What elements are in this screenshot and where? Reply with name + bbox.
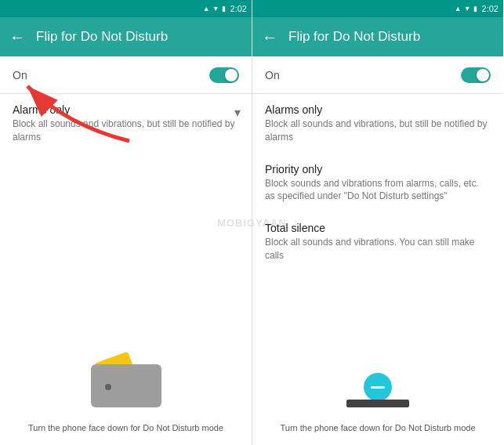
back-button-right[interactable]: ← (262, 28, 277, 46)
option-title-right-1: Priority only (265, 163, 491, 175)
status-icons-left: ▲ ▼ ▮ (203, 5, 226, 13)
phone-flip-icon (87, 356, 165, 407)
toggle-row-left: On (0, 56, 252, 94)
status-bar-right: ▲ ▼ ▮ 2:02 (252, 0, 503, 17)
toggle-switch-left[interactable] (209, 67, 239, 83)
header-right: ← Flip for Do Not Disturb (252, 17, 503, 56)
status-icons-right: ▲ ▼ ▮ (455, 5, 477, 13)
illustration-left: Turn the phone face down for Do Not Dist… (0, 265, 252, 445)
option-title-right-2: Total silence (265, 222, 491, 234)
phone-dnd-icon (346, 360, 409, 407)
options-list-left: Alarms only Block all sounds and vibrati… (0, 94, 252, 265)
illustration-right: Turn the phone face down for Do Not Dist… (252, 265, 503, 445)
battery-icon-right: ▮ (473, 5, 477, 13)
options-list-right: Alarms only Block all sounds and vibrati… (252, 94, 503, 265)
header-left: ← Flip for Do Not Disturb (0, 17, 252, 56)
option-total-silence-right[interactable]: Total silence Block all sounds and vibra… (252, 212, 503, 265)
right-panel: ▲ ▼ ▮ 2:02 ← Flip for Do Not Disturb On … (252, 0, 503, 445)
option-desc-right-2: Block all sounds and vibrations. You can… (265, 236, 491, 262)
back-button-left[interactable]: ← (9, 28, 25, 46)
option-alarms-only-left[interactable]: Alarms only Block all sounds and vibrati… (0, 94, 252, 154)
toggle-row-right: On (252, 56, 503, 94)
status-bar-left: ▲ ▼ ▮ 2:02 (0, 0, 252, 17)
toggle-label-left: On (13, 69, 27, 81)
left-panel: ▲ ▼ ▮ 2:02 ← Flip for Do Not Disturb On … (0, 0, 252, 445)
header-title-right: Flip for Do Not Disturb (288, 29, 420, 45)
time-right: 2:02 (482, 4, 499, 13)
dnd-bubble (364, 373, 392, 401)
wifi-icon-left: ▼ (212, 5, 219, 13)
signal-icon-left: ▲ (203, 5, 210, 13)
battery-icon-left: ▮ (222, 5, 226, 13)
signal-icon-right: ▲ (455, 5, 462, 13)
toggle-switch-right[interactable] (461, 67, 491, 83)
dropdown-arrow-left: ▾ (234, 105, 241, 120)
option-title-left-0: Alarms only (13, 103, 239, 116)
option-priority-only-right[interactable]: Priority only Block sounds and vibration… (252, 154, 503, 213)
option-title-right-0: Alarms only (265, 103, 491, 116)
wifi-icon-right: ▼ (464, 5, 471, 13)
toggle-label-right: On (265, 69, 280, 81)
dnd-minus-icon (371, 386, 385, 389)
time-left: 2:02 (230, 4, 247, 13)
phone-surface-right (346, 400, 409, 407)
option-desc-right-0: Block all sounds and vibrations, but sti… (265, 118, 491, 144)
illus-caption-right: Turn the phone face down for Do Not Dist… (272, 423, 483, 432)
illus-caption-left: Turn the phone face down for Do Not Dist… (20, 423, 231, 432)
option-alarms-only-right[interactable]: Alarms only Block all sounds and vibrati… (252, 94, 503, 154)
option-desc-left-0: Block all sounds and vibrations, but sti… (13, 118, 239, 144)
phone-camera-left (105, 384, 111, 390)
option-desc-right-1: Block sounds and vibrations from alarms,… (265, 177, 491, 204)
phone-body-left (91, 364, 161, 407)
header-title-left: Flip for Do Not Disturb (36, 29, 168, 45)
